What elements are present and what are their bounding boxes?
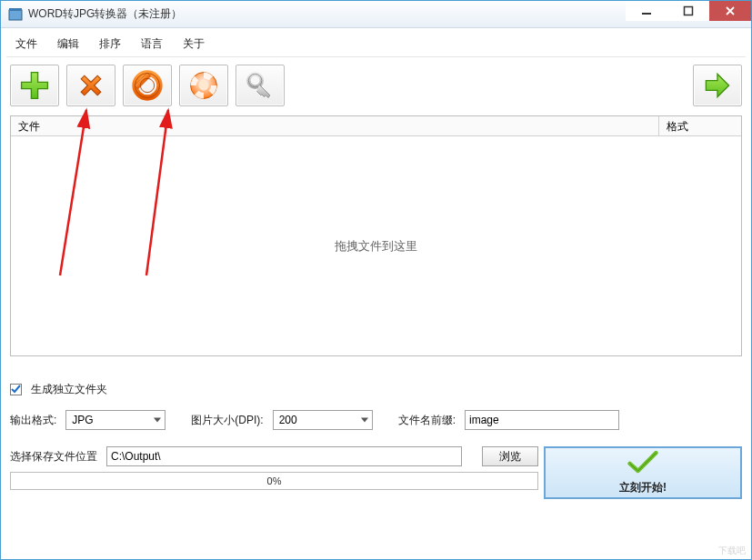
menu-about[interactable]: 关于 <box>183 36 205 52</box>
window-title: WORD转JPG转换器（未注册） <box>28 6 626 22</box>
svg-point-7 <box>140 78 154 92</box>
app-icon <box>8 7 23 22</box>
browse-button[interactable]: 浏览 <box>482 446 538 466</box>
save-location-label: 选择保存文件位置 <box>10 449 97 465</box>
dpi-value: 200 <box>279 414 297 426</box>
close-button[interactable] <box>709 1 751 21</box>
menu-file[interactable]: 文件 <box>15 36 37 52</box>
toolbar <box>10 65 742 106</box>
menu-sort[interactable]: 排序 <box>99 36 121 52</box>
row-format-dpi-prefix: 输出格式: JPG 图片大小(DPI): 200 文件名前缀: <box>10 410 742 430</box>
file-list-body[interactable]: 拖拽文件到这里 <box>11 136 741 355</box>
register-button[interactable] <box>236 65 285 106</box>
out-format-select[interactable]: JPG <box>65 410 165 430</box>
row-output-and-start: 选择保存文件位置 浏览 0% 立刻开始! <box>10 446 742 499</box>
svg-rect-3 <box>685 7 693 15</box>
drop-hint: 拖拽文件到这里 <box>335 238 417 255</box>
progress-bar: 0% <box>10 472 538 490</box>
options-area: 生成独立文件夹 输出格式: JPG 图片大小(DPI): 200 文件名前缀: … <box>10 382 742 499</box>
out-format-label: 输出格式: <box>10 413 56 428</box>
row-create-folder: 生成独立文件夹 <box>10 382 742 397</box>
progress-text: 0% <box>267 475 282 486</box>
save-location-input[interactable] <box>106 446 462 466</box>
prefix-input[interactable] <box>465 410 619 430</box>
create-folder-label: 生成独立文件夹 <box>31 382 107 397</box>
svg-rect-0 <box>9 10 22 20</box>
check-icon <box>627 450 659 478</box>
start-label: 立刻开始! <box>619 480 667 495</box>
watermark: 下载吧 <box>718 545 746 557</box>
help-button[interactable] <box>179 65 228 106</box>
delete-button[interactable] <box>66 65 115 106</box>
add-button[interactable] <box>10 65 59 106</box>
menubar: 文件 编辑 排序 语言 关于 <box>6 32 746 57</box>
maximize-button[interactable] <box>667 1 709 21</box>
left-bottom-column: 选择保存文件位置 浏览 0% <box>10 446 538 499</box>
create-folder-checkbox[interactable] <box>10 384 22 395</box>
menu-edit[interactable]: 编辑 <box>57 36 79 52</box>
out-format-value: JPG <box>72 414 93 426</box>
minimize-button[interactable] <box>626 1 667 21</box>
prefix-label: 文件名前缀: <box>398 413 456 428</box>
window-controls <box>626 1 751 27</box>
clear-button[interactable] <box>123 65 172 106</box>
row-save-location: 选择保存文件位置 浏览 <box>10 446 538 466</box>
dpi-select[interactable]: 200 <box>273 410 373 430</box>
dpi-label: 图片大小(DPI): <box>191 413 263 428</box>
content-area: 文件 格式 拖拽文件到这里 生成独立文件夹 <box>1 57 751 559</box>
svg-point-9 <box>199 81 209 91</box>
file-list-header: 文件 格式 <box>11 116 741 136</box>
app-window: WORD转JPG转换器（未注册） 文件 编辑 排序 语言 关于 <box>0 0 752 560</box>
start-button[interactable]: 立刻开始! <box>544 446 742 499</box>
file-list-area[interactable]: 文件 格式 拖拽文件到这里 <box>10 115 742 356</box>
menu-language[interactable]: 语言 <box>141 36 163 52</box>
titlebar: WORD转JPG转换器（未注册） <box>1 1 751 28</box>
go-button[interactable] <box>693 65 742 106</box>
column-format[interactable]: 格式 <box>659 116 741 135</box>
column-file[interactable]: 文件 <box>11 116 659 135</box>
svg-rect-1 <box>9 8 22 11</box>
svg-rect-2 <box>642 13 651 15</box>
